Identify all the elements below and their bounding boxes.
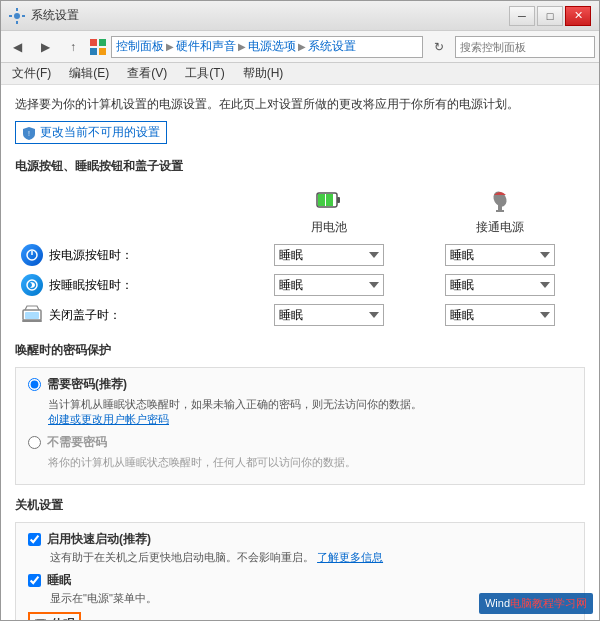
minimize-button[interactable]: ─ bbox=[509, 6, 535, 26]
maximize-button[interactable]: □ bbox=[537, 6, 563, 26]
sleep-button-icon bbox=[26, 279, 38, 291]
plug-icon bbox=[486, 187, 514, 215]
intro-text: 选择要为你的计算机设置的电源设置。在此页上对设置所做的更改将应用于你所有的电源计… bbox=[15, 95, 585, 113]
svg-rect-18 bbox=[496, 210, 504, 212]
up-button[interactable]: ↑ bbox=[61, 36, 85, 58]
lid-icon bbox=[21, 304, 43, 326]
menu-bar: 文件(F) 编辑(E) 查看(V) 工具(T) 帮助(H) bbox=[1, 63, 599, 85]
require-password-radio[interactable] bbox=[28, 378, 41, 391]
menu-tools[interactable]: 工具(T) bbox=[178, 62, 231, 85]
password-section-title: 唤醒时的密码保护 bbox=[15, 342, 585, 359]
breadcrumb-bar: 控制面板 ▶ 硬件和声音 ▶ 电源选项 ▶ 系统设置 bbox=[111, 36, 423, 58]
col-battery: 用电池 bbox=[243, 183, 414, 240]
address-bar: ◀ ▶ ↑ 控制面板 ▶ 硬件和声音 ▶ 电源选项 ▶ 系统设置 ↻ bbox=[1, 31, 599, 63]
require-password-desc: 当计算机从睡眠状态唤醒时，如果未输入正确的密码，则无法访问你的数据。 创建或更改… bbox=[48, 397, 572, 428]
sleep-btn-plugged-select[interactable]: 睡眠 关机 不采取任何操作 休眠 bbox=[445, 274, 555, 296]
learn-more-link[interactable]: 了解更多信息 bbox=[317, 551, 383, 563]
search-input[interactable] bbox=[460, 41, 598, 53]
col-plugged: 接通电源 bbox=[414, 183, 585, 240]
svg-rect-1 bbox=[16, 8, 18, 11]
hibernate-highlight-box: 休眠 bbox=[28, 612, 81, 620]
forward-button[interactable]: ▶ bbox=[33, 36, 57, 58]
sleep-label: 睡眠 bbox=[47, 572, 71, 589]
power-button-label: 按电源按钮时： bbox=[21, 244, 237, 266]
power-button-icon bbox=[26, 249, 38, 261]
content-area: 选择要为你的计算机设置的电源设置。在此页上对设置所做的更改将应用于你所有的电源计… bbox=[1, 85, 599, 620]
no-password-radio[interactable] bbox=[28, 436, 41, 449]
fast-startup-desc: 这有助于在关机之后更快地启动电脑。不会影响重启。 了解更多信息 bbox=[50, 550, 572, 565]
search-box bbox=[455, 36, 595, 58]
svg-rect-4 bbox=[22, 15, 25, 17]
password-section: 需要密码(推荐) 当计算机从睡眠状态唤醒时，如果未输入正确的密码，则无法访问你的… bbox=[15, 367, 585, 485]
table-row: 关闭盖子时： 睡眠 关机 不采取任何操作 休眠 睡眠 bbox=[15, 300, 585, 330]
sleep-checkbox[interactable] bbox=[28, 574, 41, 587]
close-button[interactable]: ✕ bbox=[565, 6, 591, 26]
no-password-group: 不需要密码 将你的计算机从睡眠状态唤醒时，任何人都可以访问你的数据。 bbox=[28, 434, 572, 470]
svg-rect-15 bbox=[326, 194, 333, 206]
change-settings-link[interactable]: ! 更改当前不可用的设置 bbox=[15, 121, 167, 144]
shield-icon: ! bbox=[22, 126, 36, 140]
svg-rect-7 bbox=[90, 48, 97, 55]
hibernate-label: 休眠 bbox=[51, 616, 75, 620]
window-icon bbox=[9, 8, 25, 24]
breadcrumb-power[interactable]: 电源选项 bbox=[248, 39, 296, 54]
create-password-link[interactable]: 创建或更改用户帐户密码 bbox=[48, 413, 169, 425]
watermark-highlight: 电脑教程学习网 bbox=[510, 597, 587, 609]
battery-icon bbox=[315, 187, 343, 215]
svg-rect-24 bbox=[22, 320, 42, 322]
watermark-prefix: Wind bbox=[485, 597, 510, 609]
refresh-button[interactable]: ↻ bbox=[427, 36, 451, 58]
breadcrumb-system[interactable]: 系统设置 bbox=[308, 39, 356, 54]
main-window: 系统设置 ─ □ ✕ ◀ ▶ ↑ 控制面板 ▶ 硬件和声音 ▶ 电源选项 ▶ 系… bbox=[0, 0, 600, 621]
power-table: 用电池 接通电源 bbox=[15, 183, 585, 330]
require-password-group: 需要密码(推荐) 当计算机从睡眠状态唤醒时，如果未输入正确的密码，则无法访问你的… bbox=[28, 376, 572, 428]
svg-rect-6 bbox=[99, 39, 106, 46]
lid-svg-icon bbox=[21, 304, 43, 326]
window-title: 系统设置 bbox=[31, 7, 79, 24]
fast-startup-row: 启用快速启动(推荐) bbox=[28, 531, 572, 548]
svg-rect-14 bbox=[318, 194, 325, 206]
svg-rect-23 bbox=[25, 312, 39, 319]
hibernate-checkbox[interactable] bbox=[34, 619, 47, 620]
sleep-circle-icon bbox=[21, 274, 43, 296]
title-bar-controls: ─ □ ✕ bbox=[509, 6, 591, 26]
back-button[interactable]: ◀ bbox=[5, 36, 29, 58]
require-password-label: 需要密码(推荐) bbox=[47, 376, 127, 393]
watermark: Wind电脑教程学习网 bbox=[479, 593, 593, 614]
breadcrumb-controlpanel[interactable]: 控制面板 bbox=[116, 39, 164, 54]
sleep-btn-battery-select[interactable]: 睡眠 关机 不采取任何操作 休眠 bbox=[274, 274, 384, 296]
svg-text:!: ! bbox=[28, 130, 30, 137]
lid-plugged-select[interactable]: 睡眠 关机 不采取任何操作 休眠 bbox=[445, 304, 555, 326]
power-btn-battery-select[interactable]: 睡眠 关机 不采取任何操作 休眠 bbox=[274, 244, 384, 266]
menu-file[interactable]: 文件(F) bbox=[5, 62, 58, 85]
windows-logo-icon bbox=[89, 38, 107, 56]
title-bar-left: 系统设置 bbox=[9, 7, 79, 24]
svg-rect-13 bbox=[337, 197, 340, 203]
menu-help[interactable]: 帮助(H) bbox=[236, 62, 291, 85]
table-row: 按睡眠按钮时： 睡眠 关机 不采取任何操作 休眠 睡眠 bbox=[15, 270, 585, 300]
title-bar: 系统设置 ─ □ ✕ bbox=[1, 1, 599, 31]
svg-rect-3 bbox=[9, 15, 12, 17]
power-buttons-title: 电源按钮、睡眠按钮和盖子设置 bbox=[15, 158, 585, 175]
sleep-button-label: 按睡眠按钮时： bbox=[21, 274, 237, 296]
fast-startup-checkbox[interactable] bbox=[28, 533, 41, 546]
lid-label: 关闭盖子时： bbox=[21, 304, 237, 326]
svg-rect-5 bbox=[90, 39, 97, 46]
lid-battery-select[interactable]: 睡眠 关机 不采取任何操作 休眠 bbox=[274, 304, 384, 326]
menu-view[interactable]: 查看(V) bbox=[120, 62, 174, 85]
svg-rect-2 bbox=[16, 21, 18, 24]
breadcrumb-hardware[interactable]: 硬件和声音 bbox=[176, 39, 236, 54]
fast-startup-label: 启用快速启动(推荐) bbox=[47, 531, 151, 548]
menu-edit[interactable]: 编辑(E) bbox=[62, 62, 116, 85]
power-btn-plugged-select[interactable]: 睡眠 关机 不采取任何操作 休眠 bbox=[445, 244, 555, 266]
svg-point-0 bbox=[14, 13, 20, 19]
power-circle-icon bbox=[21, 244, 43, 266]
change-settings-label: 更改当前不可用的设置 bbox=[40, 124, 160, 141]
no-password-desc: 将你的计算机从睡眠状态唤醒时，任何人都可以访问你的数据。 bbox=[48, 455, 572, 470]
no-password-label: 不需要密码 bbox=[47, 434, 107, 451]
sleep-row: 睡眠 bbox=[28, 572, 572, 589]
svg-rect-8 bbox=[99, 48, 106, 55]
table-row: 按电源按钮时： 睡眠 关机 不采取任何操作 休眠 睡眠 bbox=[15, 240, 585, 270]
shutdown-section-title: 关机设置 bbox=[15, 497, 585, 514]
